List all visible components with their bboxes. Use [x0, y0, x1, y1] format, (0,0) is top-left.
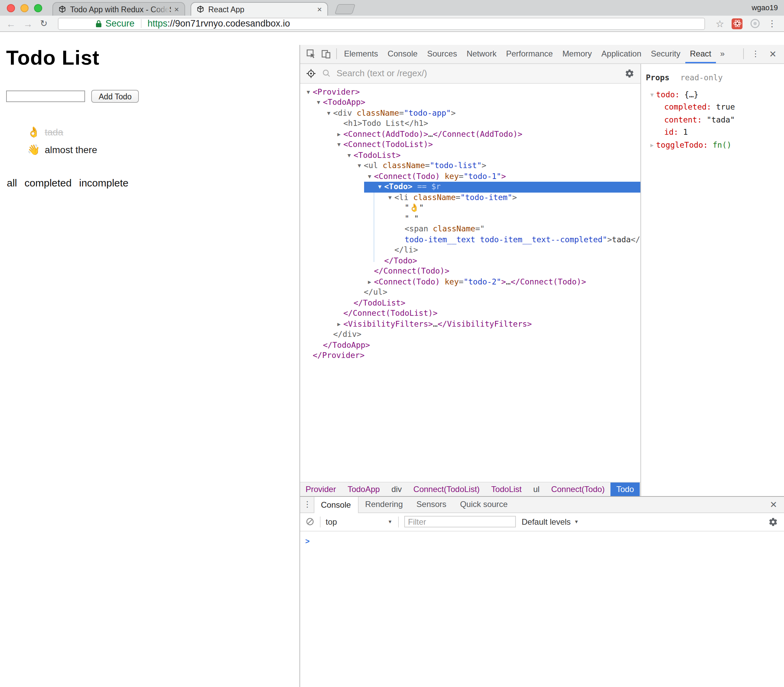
- devtools-tab-sources[interactable]: Sources: [422, 44, 462, 63]
- drawer-tab-rendering[interactable]: Rendering: [358, 496, 410, 512]
- new-tab-button[interactable]: [334, 4, 356, 14]
- tree-row[interactable]: </TodoList>: [300, 298, 640, 308]
- tree-row[interactable]: </TodoApp>: [300, 340, 640, 350]
- tree-row[interactable]: "👌": [300, 203, 640, 214]
- tree-row[interactable]: " ": [300, 214, 640, 224]
- console-body[interactable]: >: [300, 531, 784, 687]
- bookmark-star-icon[interactable]: ☆: [716, 18, 724, 29]
- close-drawer-icon[interactable]: ✕: [767, 496, 780, 512]
- new-todo-input[interactable]: [6, 90, 85, 102]
- prop-row[interactable]: completed: true: [645, 101, 784, 113]
- tree-row[interactable]: ▼<TodoList>: [300, 150, 640, 161]
- devtools-menu-icon[interactable]: ⋮: [746, 49, 764, 59]
- filter-completed[interactable]: completed: [25, 177, 71, 189]
- chevron-down-icon[interactable]: ▼: [648, 89, 656, 101]
- devtools-tab-performance[interactable]: Performance: [501, 44, 557, 63]
- chevron-down-icon[interactable]: ▼: [334, 140, 344, 150]
- breadcrumb-connect(todolist)[interactable]: Connect(TodoList): [408, 482, 486, 496]
- tree-row[interactable]: ▶<Connect(Todo) key="todo-2">…</Connect(…: [300, 277, 640, 287]
- prop-row[interactable]: ▼todo: {…}: [645, 88, 784, 101]
- clear-console-icon[interactable]: [305, 517, 314, 526]
- back-icon[interactable]: ←: [6, 18, 16, 29]
- tree-row[interactable]: ▶<Connect(AddTodo)>…</Connect(AddTodo)>: [300, 129, 640, 140]
- more-panels-icon[interactable]: »: [716, 49, 728, 59]
- devtools-tab-application[interactable]: Application: [597, 44, 646, 63]
- breadcrumb-provider[interactable]: Provider: [300, 482, 342, 496]
- browser-menu-icon[interactable]: ⋮: [768, 18, 776, 29]
- profile-name[interactable]: wgao19: [752, 3, 778, 12]
- close-tab-icon[interactable]: ×: [317, 5, 322, 14]
- prop-row[interactable]: id: 1: [645, 126, 784, 138]
- tree-row[interactable]: ▼<li className="todo-item">: [300, 192, 640, 203]
- console-prompt-chevron[interactable]: >: [305, 537, 310, 545]
- todo-item[interactable]: 👋almost there: [27, 141, 299, 159]
- chevron-down-icon[interactable]: ▼: [314, 97, 323, 108]
- filter-incomplete[interactable]: incomplete: [79, 177, 128, 189]
- inspect-element-icon[interactable]: [303, 44, 318, 63]
- close-window-button[interactable]: [7, 4, 15, 12]
- react-devtools-extension-icon[interactable]: [731, 18, 743, 29]
- device-toolbar-icon[interactable]: [318, 44, 333, 63]
- tree-row[interactable]: todo-item__text todo-item__text--complet…: [300, 235, 640, 245]
- minimize-window-button[interactable]: [20, 4, 29, 12]
- devtools-tab-console[interactable]: Console: [383, 44, 422, 63]
- filter-all[interactable]: all: [7, 177, 17, 189]
- chevron-down-icon[interactable]: ▼: [365, 171, 374, 182]
- devtools-tab-elements[interactable]: Elements: [339, 44, 383, 63]
- chevron-down-icon[interactable]: ▼: [355, 161, 364, 171]
- drawer-tab-sensors[interactable]: Sensors: [410, 496, 453, 512]
- tree-row[interactable]: ▶<VisibilityFilters>…</VisibilityFilters…: [300, 319, 640, 329]
- console-settings-gear-icon[interactable]: [768, 513, 778, 531]
- tree-row[interactable]: ▼<Todo> == $r: [364, 182, 640, 192]
- log-levels-select[interactable]: Default levels ▼: [522, 517, 579, 526]
- tree-row[interactable]: </Connect(Todo)>: [300, 266, 640, 277]
- tab-todo-app[interactable]: Todo App with Redux - CodeSa ×: [53, 2, 185, 16]
- breadcrumb-todoapp[interactable]: TodoApp: [342, 482, 386, 496]
- add-todo-button[interactable]: Add Todo: [91, 90, 139, 103]
- drawer-menu-icon[interactable]: ⋮: [301, 496, 313, 512]
- breadcrumb-todolist[interactable]: TodoList: [486, 482, 528, 496]
- prop-row[interactable]: content: "tada": [645, 113, 784, 126]
- tree-row[interactable]: ▼<div className="todo-app">: [300, 108, 640, 118]
- devtools-tab-network[interactable]: Network: [462, 44, 501, 63]
- chevron-down-icon[interactable]: ▼: [304, 87, 313, 97]
- tree-row[interactable]: </Todo>: [300, 256, 640, 266]
- tree-row[interactable]: <span className=": [300, 224, 640, 235]
- forward-icon[interactable]: →: [23, 18, 33, 29]
- chevron-right-icon[interactable]: ▶: [334, 319, 344, 329]
- chevron-down-icon[interactable]: ▼: [324, 108, 333, 118]
- omnibox[interactable]: Secure https://9on71rvnyo.codesandbox.io: [58, 17, 705, 30]
- breadcrumb-ul[interactable]: ul: [528, 482, 546, 496]
- todo-item[interactable]: 👌tada: [27, 123, 299, 141]
- zoom-window-button[interactable]: [34, 4, 42, 12]
- chevron-down-icon[interactable]: ▼: [375, 182, 384, 192]
- tree-row[interactable]: </ul>: [300, 287, 640, 298]
- url-text[interactable]: https://9on71rvnyo.codesandbox.io: [147, 18, 290, 29]
- gear-icon[interactable]: [625, 68, 634, 78]
- breadcrumb-todo[interactable]: Todo: [610, 482, 640, 496]
- tree-row[interactable]: <h1>Todo List</h1>: [300, 118, 640, 129]
- tree-row[interactable]: </Connect(TodoList)>: [300, 308, 640, 319]
- reload-icon[interactable]: ↻: [40, 18, 48, 29]
- devtools-tab-memory[interactable]: Memory: [558, 44, 597, 63]
- tab-react-app[interactable]: React App ×: [191, 2, 328, 16]
- breadcrumb-connect(todo)[interactable]: Connect(Todo): [546, 482, 610, 496]
- search-input[interactable]: Search (text or /regex/): [337, 68, 619, 78]
- tree-row[interactable]: </li>: [300, 245, 640, 256]
- chevron-down-icon[interactable]: ▼: [386, 192, 394, 203]
- close-tab-icon[interactable]: ×: [174, 5, 179, 14]
- chevron-right-icon[interactable]: ▶: [334, 129, 344, 140]
- extension-icon[interactable]: [750, 18, 760, 29]
- chevron-right-icon[interactable]: ▶: [365, 277, 374, 287]
- console-filter-input[interactable]: [404, 516, 516, 528]
- secure-label[interactable]: Secure: [105, 18, 135, 29]
- devtools-tab-security[interactable]: Security: [646, 44, 685, 63]
- close-devtools-icon[interactable]: ✕: [764, 49, 781, 59]
- tree-row[interactable]: ▼<ul className="todo-list">: [300, 161, 640, 171]
- inspect-target-icon[interactable]: [306, 68, 316, 78]
- drawer-tab-console[interactable]: Console: [313, 496, 358, 513]
- prop-row[interactable]: ▶toggleTodo: fn(): [645, 138, 784, 151]
- tree-row[interactable]: ▼<TodoApp>: [300, 97, 640, 108]
- tree-row[interactable]: ▼<Connect(Todo) key="todo-1">: [300, 171, 640, 182]
- devtools-tab-react[interactable]: React: [685, 44, 716, 63]
